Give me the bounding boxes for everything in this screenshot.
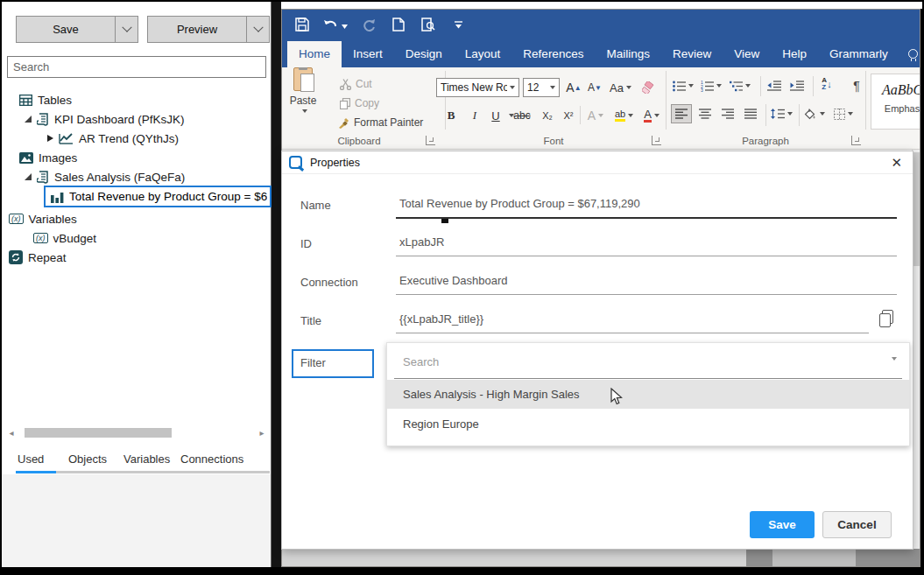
decrease-indent-button[interactable] [765, 76, 783, 95]
scroll-right-icon[interactable]: ▸ [256, 428, 268, 438]
numbered-list-button[interactable]: 123 [701, 76, 722, 95]
panel-tab-connections[interactable]: Connections [180, 452, 243, 466]
borders-icon [834, 109, 845, 120]
increase-indent-button[interactable] [788, 76, 806, 95]
horizontal-scrollbar[interactable] [282, 549, 920, 566]
justify-button[interactable] [740, 104, 761, 123]
scrollbar-track[interactable] [18, 428, 256, 438]
tree-item-repeat[interactable]: Repeat [9, 249, 67, 266]
paragraph-dialog-launcher-icon[interactable] [851, 136, 861, 145]
panel-tab-objects[interactable]: Objects [68, 452, 107, 466]
filter-option-high-margin-sales[interactable]: Sales Analysis - High Margin Sales [387, 380, 909, 409]
strikethrough-button[interactable]: abc [513, 106, 531, 125]
tab-references[interactable]: References [511, 41, 595, 67]
align-right-button[interactable] [717, 104, 738, 123]
tree-item-vbudget[interactable]: (x) vBudget [33, 229, 96, 247]
filter-search-input[interactable] [396, 350, 886, 373]
clear-formatting-button[interactable] [639, 78, 657, 97]
new-document-icon[interactable] [387, 15, 410, 34]
variable-icon: (x) [33, 233, 48, 243]
save-button[interactable]: Save [17, 17, 115, 42]
font-color-button[interactable]: A [643, 106, 660, 125]
print-preview-icon[interactable] [417, 15, 440, 34]
save-split-button[interactable]: Save [16, 16, 138, 43]
name-value[interactable]: Total Revenue by Product Group = $67,119… [399, 197, 640, 210]
tree-collapsed-icon[interactable] [47, 135, 53, 142]
shrink-font-button[interactable]: A▼ [586, 78, 603, 97]
clipboard-dialog-launcher-icon[interactable] [426, 136, 435, 145]
panel-search-input[interactable] [7, 56, 266, 78]
title-value[interactable]: {{xLpabJR_title}} [399, 312, 483, 326]
tab-insert[interactable]: Insert [342, 41, 394, 67]
customize-qat-icon[interactable] [447, 15, 469, 34]
tab-design[interactable]: Design [394, 41, 454, 67]
tree-item-tables[interactable]: Tables [19, 91, 72, 109]
paste-button[interactable]: Paste [282, 67, 324, 127]
tab-mailings[interactable]: Mailings [595, 41, 661, 67]
multilevel-list-button[interactable] [730, 76, 751, 95]
borders-button[interactable] [834, 104, 853, 123]
sort-button[interactable]: AZ ↓ [818, 74, 836, 94]
cut-button[interactable]: Cut [340, 78, 372, 90]
tab-tell-me[interactable]: Tell me [899, 41, 920, 67]
copy-icon[interactable] [879, 310, 894, 327]
panel-horizontal-scrollbar[interactable]: ◂ ▸ [5, 427, 268, 438]
tree-item-ar-trend[interactable]: AR Trend (QYthJs) [47, 130, 179, 147]
scrollbar-thumb[interactable] [25, 428, 172, 438]
tree-item-total-revenue-selected[interactable]: Total Revenue by Product Group = $6 [44, 186, 272, 207]
tree-item-sales-analysis[interactable]: Sales Analysis (FaQeFa) [25, 168, 185, 186]
style-emphasis-tile[interactable]: AaBbC Emphas [871, 74, 920, 130]
save-icon[interactable] [291, 15, 314, 34]
subscript-button[interactable]: X₂ [539, 106, 556, 125]
font-size-combo[interactable]: 12 [523, 78, 560, 97]
change-case-button[interactable]: Aa [610, 78, 631, 97]
scrollbar-thumb[interactable] [913, 152, 920, 266]
italic-button[interactable]: I [466, 106, 483, 125]
tree-expanded-icon[interactable] [25, 116, 32, 123]
redo-icon[interactable] [357, 15, 380, 34]
id-value[interactable]: xLpabJR [399, 235, 444, 249]
tree-expanded-icon[interactable] [25, 173, 32, 180]
svg-text:3: 3 [701, 88, 703, 92]
preview-button[interactable]: Preview [148, 17, 246, 42]
tree-item-kpi-dashboard[interactable]: KPI Dashboard (PfKsJK) [25, 110, 185, 128]
panel-tab-used[interactable]: Used [18, 452, 44, 466]
highlight-button[interactable]: ab [615, 106, 633, 125]
connection-value[interactable]: Executive Dashboard [399, 274, 508, 287]
tab-home[interactable]: Home [287, 41, 342, 67]
scrollbar-thumb[interactable] [772, 549, 856, 566]
save-dropdown-button[interactable] [115, 17, 138, 42]
tree-item-images[interactable]: Images [19, 149, 77, 166]
dialog-cancel-button[interactable]: Cancel [822, 511, 892, 538]
show-hide-pilcrow-button[interactable]: ¶ [848, 76, 865, 95]
tab-help[interactable]: Help [771, 41, 818, 67]
filter-option-region-europe[interactable]: Region Europe [387, 410, 909, 438]
font-name-combo[interactable]: Times New Ro [436, 78, 519, 97]
shading-button[interactable] [804, 104, 825, 123]
preview-dropdown-button[interactable] [246, 17, 269, 42]
bold-button[interactable]: B [442, 106, 460, 125]
panel-tab-variables[interactable]: Variables [123, 452, 170, 466]
tab-grammarly[interactable]: Grammarly [818, 41, 899, 67]
align-left-button[interactable] [671, 104, 692, 123]
chevron-down-icon [122, 22, 131, 32]
preview-split-button[interactable]: Preview [147, 16, 270, 43]
align-center-button[interactable] [695, 104, 716, 123]
tree-item-variables[interactable]: (x) Variables [9, 210, 77, 228]
grow-font-button[interactable]: A▲ [565, 78, 582, 97]
superscript-button[interactable]: X² [560, 106, 577, 125]
tab-review[interactable]: Review [661, 41, 723, 67]
line-spacing-button[interactable] [771, 104, 793, 123]
bullet-list-button[interactable] [673, 76, 694, 95]
undo-button[interactable] [321, 15, 350, 34]
tab-view[interactable]: View [723, 41, 771, 67]
copy-button[interactable]: Copy [340, 97, 379, 109]
dropdown-caret-icon[interactable] [892, 357, 897, 361]
tab-layout[interactable]: Layout [454, 41, 512, 67]
dialog-save-button[interactable]: Save [750, 511, 815, 538]
format-painter-button[interactable]: Format Painter [338, 116, 423, 129]
scroll-left-icon[interactable]: ◂ [5, 428, 18, 438]
close-icon[interactable]: ✕ [891, 156, 902, 169]
text-effects-button[interactable]: A [587, 106, 604, 125]
font-dialog-launcher-icon[interactable] [652, 136, 661, 145]
